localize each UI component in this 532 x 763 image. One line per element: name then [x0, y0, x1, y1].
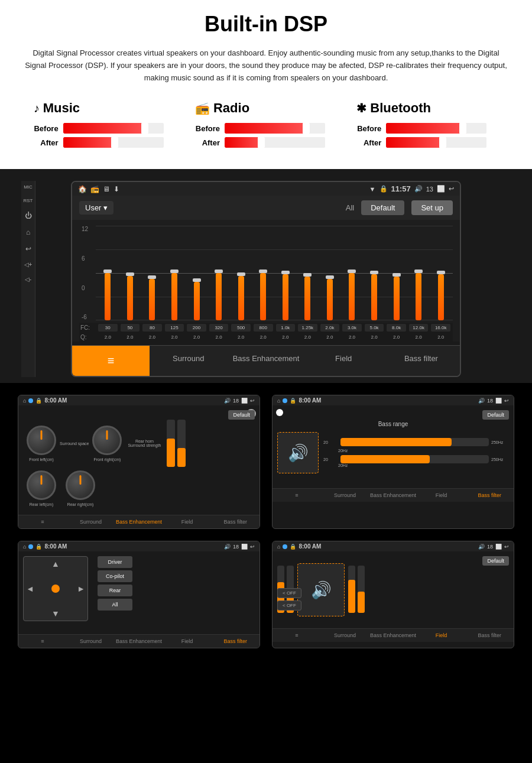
tab-equalizer[interactable]: ≡: [72, 346, 150, 376]
eq-bar-0[interactable]: [98, 238, 118, 320]
qs4-tab-field[interactable]: Field: [417, 629, 466, 642]
slider-1[interactable]: [167, 420, 175, 467]
eq-default-button[interactable]: Default: [361, 200, 404, 215]
field-btn-rear[interactable]: Rear: [98, 585, 132, 596]
back-icon[interactable]: ↩: [25, 245, 31, 253]
music-before-fill: [63, 123, 149, 134]
eq-bar-2[interactable]: [142, 238, 162, 320]
qs4-tab-surround[interactable]: Surround: [321, 629, 369, 642]
qs4-lock-icon: 🔒: [290, 544, 296, 550]
eq-bar-12[interactable]: [365, 238, 384, 320]
qs1-speaker-icon: 🔊: [224, 398, 231, 404]
eq-bar-14[interactable]: [409, 238, 429, 320]
eq-bar-13[interactable]: [387, 238, 406, 320]
db-neg6: -6: [82, 314, 93, 320]
vol-down-icon[interactable]: ◁-: [25, 276, 31, 283]
eq-bar-15[interactable]: [431, 238, 450, 320]
qs1-tab-field[interactable]: Field: [163, 515, 212, 528]
eq-setup-button[interactable]: Set up: [411, 200, 453, 215]
eq-db-labels: 12 6 0 -6: [79, 226, 96, 320]
qs1-tab-eq[interactable]: ≡: [18, 515, 67, 528]
qs2-tab-field[interactable]: Field: [417, 489, 466, 502]
qs-statusbar-3: ⌂ 🔒 8:00 AM 🔊 18 ⬜ ↩: [18, 541, 259, 551]
freq-13: 8.0k: [387, 324, 406, 332]
filter-slider-r2: [358, 566, 365, 613]
eq-bar-8[interactable]: [276, 238, 296, 320]
qs4-default-button[interactable]: Default: [482, 556, 509, 566]
eq-bar-4[interactable]: [187, 238, 206, 320]
qs2-tab-eq[interactable]: ≡: [273, 489, 321, 502]
left-sidebar: MIC RST ⏻ ⌂ ↩ ◁+ ◁-: [21, 181, 35, 377]
tab-bass-filter[interactable]: Bass filter: [382, 346, 460, 376]
qs3-tab-field[interactable]: Field: [163, 635, 212, 648]
field-btn-driver[interactable]: Driver: [98, 556, 132, 568]
eq-bar-1[interactable]: [121, 238, 140, 320]
qs-statusbar-1: ⌂ 🔒 8:00 AM 🔊 18 ⬜ ↩: [18, 395, 259, 405]
filter-v-track-r2[interactable]: [358, 566, 365, 613]
eq-bar-7[interactable]: [254, 238, 273, 320]
radio-icon: 📻: [195, 101, 210, 115]
comparison-col-bluetooth: ✱ Bluetooth Before After: [356, 100, 498, 151]
lock-icon: 🔒: [379, 185, 388, 193]
freq-end-1: 250Hz: [491, 440, 509, 444]
dial-front-right-knob[interactable]: [92, 426, 122, 455]
bass-h-slider-2[interactable]: [340, 455, 489, 463]
qs4-tab-bass-enh[interactable]: Bass Enhancement: [369, 629, 417, 642]
bluetooth-after-fill: [386, 137, 446, 148]
qs4-tab-bass-filter[interactable]: Bass filter: [465, 629, 514, 642]
field-btn-all[interactable]: All: [98, 599, 132, 611]
qs3-tab-eq[interactable]: ≡: [18, 635, 67, 648]
filter-v-track-r1[interactable]: [348, 566, 355, 613]
qs3-tab-bass-filter[interactable]: Bass filter: [211, 635, 259, 648]
after-label-radio: After: [195, 138, 220, 147]
music-label: Music: [43, 100, 80, 116]
bluetooth-before-row: Before: [356, 123, 486, 134]
q-9: 2.0: [298, 335, 317, 340]
freq-cells: 30 50 80 125 200 320 500 800 1.0k 1.25k …: [96, 324, 453, 332]
tab-bass-enhancement[interactable]: Bass Enhancement: [227, 346, 304, 376]
eq-bar-11[interactable]: [342, 238, 362, 320]
eq-preset-dropdown[interactable]: User ▾: [79, 201, 113, 215]
freq-9: 1.25k: [298, 324, 317, 332]
q-0: 2.0: [98, 335, 118, 340]
eq-bar-9[interactable]: [298, 238, 317, 320]
bluetooth-before-bar: [386, 123, 486, 134]
off-btn-1[interactable]: < OFF: [277, 588, 301, 598]
tab-field[interactable]: Field: [305, 346, 382, 376]
q-1: 2.0: [121, 335, 140, 340]
qs3-tab-bass-enh[interactable]: Bass Enhancement: [115, 635, 163, 648]
vol-up-icon[interactable]: ◁+: [24, 261, 33, 268]
qs1-tab-bass-enh[interactable]: Bass Enhancement: [115, 515, 163, 528]
off-buttons: < OFF < OFF: [277, 588, 301, 611]
surround-center-labels: Surround space: [60, 441, 89, 446]
quad-screen-surround: ⌂ 🔒 8:00 AM 🔊 18 ⬜ ↩ ↺ Default Front lef…: [18, 395, 260, 529]
qs4-tab-eq[interactable]: ≡: [273, 629, 321, 642]
dial-rear-right-knob[interactable]: [66, 470, 95, 500]
qs4-home-icon: ⌂: [277, 544, 280, 550]
slider-2[interactable]: [177, 420, 186, 467]
off-btn-2[interactable]: < OFF: [277, 600, 301, 611]
q-5: 2.0: [209, 335, 229, 340]
eq-bar-6[interactable]: [231, 238, 251, 320]
eq-bar-5[interactable]: [209, 238, 229, 320]
qs2-default-button[interactable]: Default: [482, 410, 509, 420]
qs2-tab-bass-filter[interactable]: Bass filter: [465, 489, 514, 502]
dial-front-left-knob[interactable]: [27, 426, 56, 455]
bass-h-slider-1[interactable]: [340, 438, 489, 446]
dial-rear-left: Rear left(cm): [27, 470, 56, 506]
qs1-tab-bass-filter[interactable]: Bass filter: [211, 515, 259, 528]
eq-bar-3[interactable]: [165, 238, 184, 320]
field-btn-copilot[interactable]: Co-pilot: [98, 570, 132, 582]
home-icon[interactable]: ⌂: [26, 228, 30, 236]
power-icon[interactable]: ⏻: [25, 212, 32, 220]
radio-before-bar: [225, 123, 325, 134]
qs2-tab-bass-enh[interactable]: Bass Enhancement: [369, 489, 417, 502]
qs2-tab-surround[interactable]: Surround: [321, 489, 369, 502]
dial-rear-left-knob[interactable]: [27, 470, 56, 500]
qs2-speaker-icon: 🔊: [478, 398, 485, 404]
qs1-default-button[interactable]: Default: [228, 410, 255, 420]
tab-surround[interactable]: Surround: [150, 346, 227, 376]
qs3-tab-surround[interactable]: Surround: [67, 635, 115, 648]
qs1-tab-surround[interactable]: Surround: [67, 515, 115, 528]
eq-bar-10[interactable]: [320, 238, 340, 320]
